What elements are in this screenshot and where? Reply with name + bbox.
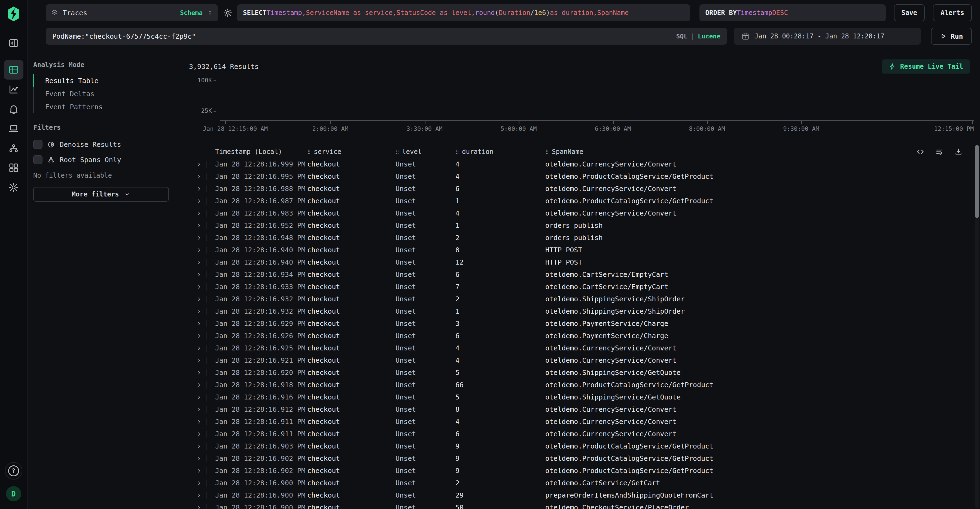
table-row[interactable]: Jan 28 12:28:16.902 PMcheckoutUnset9otel… xyxy=(189,452,980,464)
expand-row-button[interactable] xyxy=(196,394,215,401)
table-row[interactable]: Jan 28 12:28:16.918 PMcheckoutUnset66ote… xyxy=(189,379,980,391)
root-spans-checkbox[interactable] xyxy=(33,155,43,164)
expand-row-button[interactable] xyxy=(196,357,215,364)
table-row[interactable]: Jan 28 12:28:16.900 PMcheckoutUnset29pre… xyxy=(189,489,980,501)
table-row[interactable]: Jan 28 12:28:16.940 PMcheckoutUnset8HTTP… xyxy=(189,244,980,256)
expand-row-button[interactable] xyxy=(196,455,215,462)
table-row[interactable]: Jan 28 12:28:16.948 PMcheckoutUnset2orde… xyxy=(189,231,980,244)
lang-lucene-option[interactable]: Lucene xyxy=(698,33,721,40)
expand-row-button[interactable] xyxy=(196,504,215,509)
table-row[interactable]: Jan 28 12:28:16.987 PMcheckoutUnset1otel… xyxy=(189,195,980,207)
table-row[interactable]: Jan 28 12:28:16.995 PMcheckoutUnset4otel… xyxy=(189,170,980,183)
table-row[interactable]: Jan 28 12:28:16.921 PMcheckoutUnset4otel… xyxy=(189,354,980,367)
mode-event-deltas[interactable]: Event Deltas xyxy=(33,87,169,100)
table-row[interactable]: Jan 28 12:28:16.988 PMcheckoutUnset6otel… xyxy=(189,183,980,195)
mode-results-table[interactable]: Results Table xyxy=(33,74,169,87)
expand-row-button[interactable] xyxy=(196,467,215,474)
table-row[interactable]: Jan 28 12:28:16.902 PMcheckoutUnset9otel… xyxy=(189,464,980,477)
expand-row-button[interactable] xyxy=(196,210,215,217)
hyperdx-logo-icon[interactable] xyxy=(6,6,22,22)
header-timestamp[interactable]: Timestamp (Local) xyxy=(215,148,307,156)
header-spanname[interactable]: SpanName xyxy=(545,148,945,156)
resume-live-tail-button[interactable]: Resume Live Tail xyxy=(882,59,970,73)
expand-row-button[interactable] xyxy=(196,406,215,413)
table-row[interactable]: Jan 28 12:28:16.900 PMcheckoutUnset2otel… xyxy=(189,477,980,489)
expand-row-button[interactable] xyxy=(196,443,215,450)
expand-row-button[interactable] xyxy=(196,332,215,340)
table-row[interactable]: Jan 28 12:28:16.983 PMcheckoutUnset4otel… xyxy=(189,207,980,219)
source-settings-button[interactable] xyxy=(223,8,232,18)
filter-root-spans-only[interactable]: Root Spans Only xyxy=(33,152,169,167)
table-row[interactable]: Jan 28 12:28:16.929 PMcheckoutUnset3otel… xyxy=(189,318,980,330)
source-selector[interactable]: Traces Schema xyxy=(46,4,218,21)
alerts-button[interactable]: Alerts xyxy=(933,4,972,21)
table-row[interactable]: Jan 28 12:28:16.911 PMcheckoutUnset4otel… xyxy=(189,416,980,428)
nav-search-results[interactable] xyxy=(4,60,24,80)
expand-row-button[interactable] xyxy=(196,185,215,192)
header-level[interactable]: level xyxy=(396,148,455,156)
table-row[interactable]: Jan 28 12:28:16.933 PMcheckoutUnset7otel… xyxy=(189,281,980,293)
run-button[interactable]: Run xyxy=(931,28,972,45)
expand-row-button[interactable] xyxy=(196,235,215,241)
table-row[interactable]: Jan 28 12:28:16.999 PMcheckoutUnset4otel… xyxy=(189,158,980,170)
nav-client-sessions[interactable] xyxy=(4,119,24,139)
table-row[interactable]: Jan 28 12:28:16.925 PMcheckoutUnset4otel… xyxy=(189,342,980,354)
select-query-input[interactable]: SELECT Timestamp, ServiceName as service… xyxy=(237,4,690,21)
expand-row-button[interactable] xyxy=(196,492,215,499)
expand-row-button[interactable] xyxy=(196,480,215,487)
scrollbar-track[interactable] xyxy=(975,145,979,508)
order-by-input[interactable]: ORDER BY Timestamp DESC xyxy=(700,4,886,21)
header-service[interactable]: service xyxy=(307,148,396,156)
expand-row-button[interactable] xyxy=(196,296,215,303)
table-row[interactable]: Jan 28 12:28:16.940 PMcheckoutUnset12HTT… xyxy=(189,256,980,268)
table-row[interactable]: Jan 28 12:28:16.900 PMcheckoutUnset50ote… xyxy=(189,501,980,509)
expand-row-button[interactable] xyxy=(196,222,215,229)
view-source-button[interactable] xyxy=(916,148,924,156)
nav-dashboards[interactable] xyxy=(4,158,24,178)
expand-row-button[interactable] xyxy=(196,161,215,168)
query-language-toggle[interactable]: SQL|Lucene xyxy=(676,33,721,40)
expand-row-button[interactable] xyxy=(196,173,215,180)
table-row[interactable]: Jan 28 12:28:16.934 PMcheckoutUnset6otel… xyxy=(189,268,980,281)
wrap-text-button[interactable] xyxy=(935,148,943,156)
table-row[interactable]: Jan 28 12:28:16.920 PMcheckoutUnset5otel… xyxy=(189,367,980,379)
table-row[interactable]: Jan 28 12:28:16.932 PMcheckoutUnset2otel… xyxy=(189,293,980,305)
more-filters-button[interactable]: More filters xyxy=(33,187,169,202)
table-row[interactable]: Jan 28 12:28:16.903 PMcheckoutUnset9otel… xyxy=(189,440,980,452)
nav-chart-explorer[interactable] xyxy=(4,80,24,99)
save-button[interactable]: Save xyxy=(894,4,925,21)
table-row[interactable]: Jan 28 12:28:16.952 PMcheckoutUnset1orde… xyxy=(189,219,980,231)
user-avatar[interactable]: D xyxy=(6,486,21,501)
lang-sql-option[interactable]: SQL xyxy=(676,33,688,40)
expand-row-button[interactable] xyxy=(196,283,215,290)
expand-row-button[interactable] xyxy=(196,198,215,205)
collapse-sidebar-button[interactable] xyxy=(4,33,24,53)
expand-row-button[interactable] xyxy=(196,247,215,254)
denoise-checkbox[interactable] xyxy=(33,140,43,149)
expand-row-button[interactable] xyxy=(196,418,215,425)
filter-denoise-results[interactable]: Denoise Results xyxy=(33,137,169,152)
expand-row-button[interactable] xyxy=(196,308,215,315)
header-duration[interactable]: duration xyxy=(455,148,545,156)
table-row[interactable]: Jan 28 12:28:16.912 PMcheckoutUnset8otel… xyxy=(189,403,980,416)
expand-row-button[interactable] xyxy=(196,369,215,376)
mode-event-patterns[interactable]: Event Patterns xyxy=(33,100,169,113)
expand-row-button[interactable] xyxy=(196,431,215,437)
expand-row-button[interactable] xyxy=(196,345,215,352)
help-button[interactable]: ? xyxy=(5,462,22,480)
nav-alerts[interactable] xyxy=(4,99,24,119)
scrollbar-thumb[interactable] xyxy=(975,145,979,218)
nav-team-settings[interactable] xyxy=(4,178,24,197)
expand-row-button[interactable] xyxy=(196,320,215,327)
expand-row-button[interactable] xyxy=(196,271,215,278)
expand-row-button[interactable] xyxy=(196,259,215,266)
download-button[interactable] xyxy=(955,148,963,156)
table-row[interactable]: Jan 28 12:28:16.932 PMcheckoutUnset1otel… xyxy=(189,305,980,318)
table-row[interactable]: Jan 28 12:28:16.911 PMcheckoutUnset6otel… xyxy=(189,428,980,440)
expand-row-button[interactable] xyxy=(196,381,215,389)
table-row[interactable]: Jan 28 12:28:16.926 PMcheckoutUnset6otel… xyxy=(189,330,980,342)
search-input[interactable]: PodName:"checkout-675775c4cc-f2p9c" SQL|… xyxy=(46,28,727,45)
nav-services[interactable] xyxy=(4,139,24,158)
time-range-picker[interactable]: Jan 28 00:28:17 - Jan 28 12:28:17 xyxy=(734,28,921,45)
table-row[interactable]: Jan 28 12:28:16.916 PMcheckoutUnset5otel… xyxy=(189,391,980,403)
